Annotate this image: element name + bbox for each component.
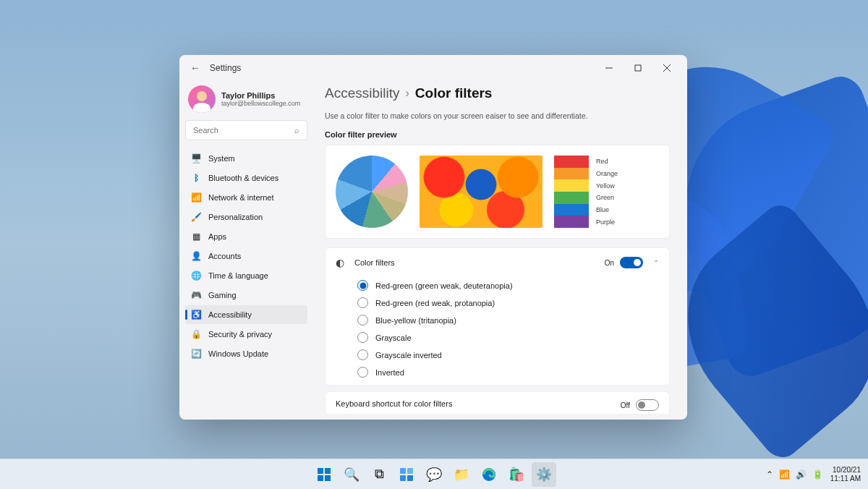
search-icon: ⌕ [294, 126, 299, 135]
search-input[interactable] [193, 126, 294, 135]
accessibility-icon: ♿ [191, 310, 201, 320]
svg-rect-8 [400, 468, 406, 474]
radio-icon [357, 280, 368, 291]
sidebar-item-apps[interactable]: ▦Apps [185, 227, 307, 246]
swatch-orange [554, 168, 589, 180]
tray-chevron-icon[interactable]: ⌃ [766, 469, 773, 480]
shortcut-card[interactable]: Keyboard shortcut for color filters Off [325, 391, 670, 414]
start-button[interactable] [312, 462, 336, 487]
search-box[interactable]: ⌕ [185, 120, 307, 140]
sidebar-item-security[interactable]: 🔒Security & privacy [185, 325, 307, 344]
sidebar-item-update[interactable]: 🔄Windows Update [185, 344, 307, 363]
page-description: Use a color filter to make colors on you… [325, 111, 670, 120]
radio-icon [357, 315, 368, 326]
nav-label: Accounts [208, 252, 241, 260]
app-title: Settings [210, 63, 241, 73]
sidebar-item-personalization[interactable]: 🖌️Personalization [185, 208, 307, 226]
person-icon: 👤 [191, 251, 201, 261]
wifi-icon[interactable]: 📶 [779, 469, 790, 480]
search-button[interactable]: 🔍 [339, 462, 364, 487]
radio-label: Red-green (red weak, protanopia) [375, 299, 495, 307]
store-button[interactable]: 🛍️ [504, 462, 529, 487]
volume-icon[interactable]: 🔊 [796, 469, 807, 480]
swatch-yellow [554, 179, 589, 192]
nav-label: Bluetooth & devices [208, 174, 278, 182]
breadcrumb-parent[interactable]: Accessibility [325, 85, 399, 101]
display-icon: 🖥️ [191, 153, 201, 163]
clock-time: 11:11 AM [830, 475, 861, 483]
radio-label: Inverted [375, 368, 404, 377]
sidebar-item-gaming[interactable]: 🎮Gaming [185, 286, 307, 305]
edge-button[interactable] [477, 462, 501, 487]
system-tray: ⌃ 📶 🔊 🔋 10/20/21 11:11 AM [766, 466, 861, 483]
radio-protanopia[interactable]: Red-green (red weak, protanopia) [357, 297, 659, 308]
radio-grayscale[interactable]: Grayscale [357, 332, 659, 343]
svg-rect-1 [635, 65, 641, 71]
window-controls [595, 58, 681, 78]
palette-label: Orange [596, 170, 618, 177]
profile-block[interactable]: Taylor Phillips taylor@bellowscollege.co… [185, 81, 307, 120]
swatch-purple [554, 216, 589, 228]
settings-window: ← Settings Taylor Phillips taylor@bellow… [179, 55, 687, 420]
palette-label: Purple [596, 218, 618, 226]
color-filters-header[interactable]: ◐ Color filters On ⌃ [326, 248, 669, 277]
radio-label: Grayscale [375, 333, 412, 342]
widgets-button[interactable] [394, 462, 419, 487]
preview-label: Color filter preview [325, 130, 670, 139]
radio-label: Red-green (green weak, deuteranopia) [375, 281, 513, 290]
minimize-button[interactable] [595, 58, 624, 78]
sidebar: Taylor Phillips taylor@bellowscollege.co… [179, 81, 313, 420]
sidebar-item-network[interactable]: 📶Network & internet [185, 188, 307, 207]
content-area: Accessibility › Color filters Use a colo… [313, 81, 687, 420]
radio-label: Blue-yellow (tritanopia) [375, 316, 456, 325]
swatch-blue [554, 204, 589, 216]
svg-rect-5 [325, 468, 331, 474]
task-view-button[interactable]: ⧉ [367, 462, 391, 487]
maximize-button[interactable] [624, 58, 652, 78]
radio-icon [357, 349, 368, 360]
close-button[interactable] [652, 58, 681, 78]
gamepad-icon: 🎮 [191, 290, 201, 300]
sidebar-item-time[interactable]: 🌐Time & language [185, 266, 307, 285]
back-button[interactable]: ← [185, 58, 205, 78]
filter-icon: ◐ [336, 257, 344, 268]
profile-email: taylor@bellowscollege.com [221, 100, 300, 107]
sidebar-item-system[interactable]: 🖥️System [185, 149, 307, 168]
explorer-button[interactable]: 📁 [449, 462, 474, 487]
sidebar-item-bluetooth[interactable]: ᛒBluetooth & devices [185, 169, 307, 187]
nav-label: Personalization [208, 213, 263, 221]
brush-icon: 🖌️ [191, 212, 201, 222]
bluetooth-icon: ᛒ [191, 173, 201, 183]
lock-icon: 🔒 [191, 329, 201, 339]
radio-icon [357, 332, 368, 343]
radio-grayscale-inverted[interactable]: Grayscale inverted [357, 349, 659, 360]
sidebar-item-accounts[interactable]: 👤Accounts [185, 247, 307, 265]
nav-label: Apps [208, 232, 226, 241]
battery-icon[interactable]: 🔋 [812, 469, 823, 480]
svg-rect-4 [318, 468, 323, 474]
shortcut-toggle[interactable] [636, 399, 659, 411]
color-palette: Red Orange Yellow Green Blue Purple [554, 156, 618, 228]
svg-rect-6 [318, 475, 323, 481]
palette-label: Green [596, 194, 618, 201]
filter-options: Red-green (green weak, deuteranopia) Red… [326, 277, 669, 385]
toggle-label: On [605, 259, 614, 267]
radio-label: Grayscale inverted [375, 351, 442, 360]
color-filters-toggle[interactable] [620, 257, 643, 268]
globe-icon: 🌐 [191, 271, 201, 281]
avatar [188, 85, 216, 113]
radio-tritanopia[interactable]: Blue-yellow (tritanopia) [357, 315, 659, 326]
swatch-red [554, 156, 589, 168]
radio-inverted[interactable]: Inverted [357, 367, 659, 378]
svg-rect-11 [407, 475, 413, 481]
settings-button[interactable]: ⚙️ [532, 462, 556, 487]
radio-deuteranopia[interactable]: Red-green (green weak, deuteranopia) [357, 280, 659, 291]
clock[interactable]: 10/20/21 11:11 AM [830, 466, 861, 483]
chat-button[interactable]: 💬 [422, 462, 446, 487]
nav-label: Network & internet [208, 193, 273, 202]
nav-label: Security & privacy [208, 330, 272, 339]
sidebar-item-accessibility[interactable]: ♿Accessibility [185, 305, 307, 324]
nav-label: Gaming [208, 291, 237, 299]
svg-rect-9 [407, 468, 413, 474]
preview-card: Red Orange Yellow Green Blue Purple [325, 145, 670, 239]
